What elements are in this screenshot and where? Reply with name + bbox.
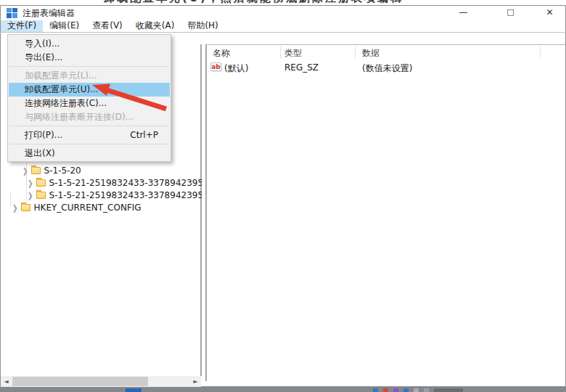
menu-edit[interactable]: 编辑(E) <box>43 20 86 32</box>
chevron-right-icon[interactable]: ❯ <box>28 191 33 200</box>
scroll-right-arrow-icon[interactable]: ► <box>190 376 201 387</box>
close-button[interactable]: ✕ <box>534 5 565 21</box>
taskbar-icon <box>414 388 419 392</box>
close-icon: ✕ <box>546 7 553 17</box>
menu-item-print[interactable]: 打印(P)... Ctrl+P <box>9 128 170 142</box>
menu-help[interactable]: 帮助(H) <box>181 20 224 32</box>
taskbar-icon <box>126 388 142 392</box>
menu-item-export[interactable]: 导出(E)... <box>9 51 170 65</box>
tree-item-label: S-1-5-21-2519832433-3378942395-381236 <box>49 190 202 200</box>
column-header-type[interactable]: 类型 <box>284 46 302 60</box>
file-menu-dropdown: 导入(I)... 导出(E)... 加载配置单元(L)... 卸载配置单元(U)… <box>7 34 171 162</box>
tree-item-label: HKEY_CURRENT_CONFIG <box>34 203 142 213</box>
value-type-cell: REG_SZ <box>284 62 319 73</box>
taskbar-icon <box>383 388 388 392</box>
menu-view[interactable]: 查看(V) <box>86 20 129 32</box>
menu-separator <box>9 144 169 144</box>
menu-item-load-hive: 加载配置单元(L)... <box>9 69 170 83</box>
values-list-pane: 名称 类型 数据 ab (默认) REG_SZ (数值未设置) <box>205 44 565 381</box>
tree-item-s-1-5-20[interactable]: ❯ S-1-5-20 <box>22 164 201 176</box>
folder-icon <box>36 192 46 199</box>
menu-item-exit[interactable]: 退出(X) <box>9 147 170 160</box>
tree-item-label: S-1-5-21-2519832433-3378942395-381236 <box>49 178 202 188</box>
maximize-icon: □ <box>506 7 514 17</box>
chevron-right-icon[interactable]: ❯ <box>28 179 33 187</box>
taskbar-edge-strip <box>0 387 566 392</box>
column-header-data[interactable]: 数据 <box>362 46 380 60</box>
scroll-left-arrow-icon[interactable]: ◄ <box>1 376 12 387</box>
folder-icon <box>21 204 30 211</box>
folder-icon <box>31 167 41 174</box>
registry-editor-icon <box>7 8 17 18</box>
tree-item-sid-1[interactable]: ❯ S-1-5-21-2519832433-3378942395-381236 <box>28 176 202 189</box>
chevron-right-icon[interactable]: ❯ <box>22 166 28 175</box>
minimize-button[interactable]: — <box>440 5 487 21</box>
tree-item-sid-2[interactable]: ❯ S-1-5-21-2519832433-3378942395-381236 <box>28 189 202 201</box>
print-shortcut: Ctrl+P <box>130 128 158 142</box>
minimize-icon: — <box>459 7 468 17</box>
value-data-cell: (数值未设置) <box>362 62 412 75</box>
menu-file[interactable]: 文件(F) <box>1 20 43 32</box>
maximize-button[interactable]: □ <box>487 5 534 21</box>
menu-item-import[interactable]: 导入(I)... <box>9 37 170 51</box>
taskbar-icon <box>373 388 378 392</box>
menu-bar: 文件(F) 编辑(E) 查看(V) 收藏夹(A) 帮助(H) <box>1 20 565 32</box>
menu-favorites[interactable]: 收藏夹(A) <box>129 20 181 32</box>
menu-separator <box>9 126 169 126</box>
menu-separator <box>9 66 169 67</box>
taskbar-icon <box>403 388 409 392</box>
tree-guide-line <box>10 193 11 206</box>
menu-item-disconnect-network-registry: 与网络注册表断开连接(D)... <box>9 110 170 124</box>
horizontal-scrollbar[interactable]: ◄ ► <box>1 376 201 387</box>
window-title: 注册表编辑器 <box>22 7 75 20</box>
column-separator[interactable] <box>280 46 281 59</box>
reg-sz-string-icon: ab <box>210 62 221 71</box>
chevron-right-icon[interactable]: ❯ <box>12 203 18 212</box>
tree-item-label: S-1-5-20 <box>44 166 81 176</box>
taskbar-icon <box>393 388 398 392</box>
folder-icon <box>36 179 46 187</box>
taskbar-icon <box>424 388 429 392</box>
scrollbar-thumb[interactable] <box>12 377 148 386</box>
column-header-name[interactable]: 名称 <box>213 46 230 60</box>
column-separator[interactable] <box>540 46 541 59</box>
value-name-cell: (默认) <box>224 62 248 75</box>
taskbar-icon <box>434 388 463 392</box>
menubar-divider <box>0 32 566 33</box>
column-separator[interactable] <box>355 46 356 59</box>
registry-value-row[interactable]: ab (默认) REG_SZ (数值未设置) <box>207 62 565 73</box>
background-clipped-text: 卸载配置单元(U)，然后就能彻底删除注册表项编辑 <box>104 0 539 5</box>
tree-item-hkey-current-config[interactable]: ❯ HKEY_CURRENT_CONFIG <box>12 201 201 213</box>
menu-item-unload-hive[interactable]: 卸载配置单元(U)... <box>9 83 170 97</box>
menu-item-connect-network-registry[interactable]: 连接网络注册表(C)... <box>9 97 170 110</box>
